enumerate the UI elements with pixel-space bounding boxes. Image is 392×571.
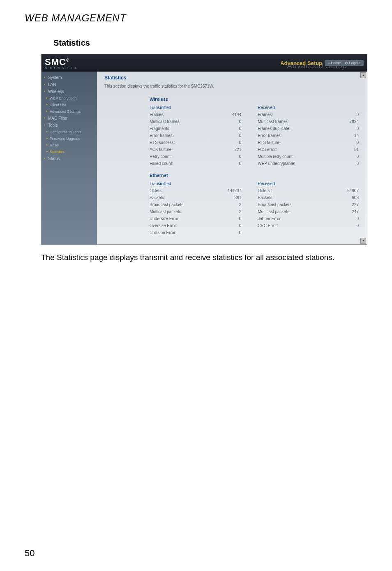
sidebar-item-mac-filter[interactable]: MAC Filter (42, 115, 97, 122)
sidebar-item-status[interactable]: Status (42, 155, 97, 162)
rx-header: Received (258, 180, 330, 187)
logo: SMC® (45, 57, 69, 67)
ethernet-heading: Ethernet (150, 173, 359, 178)
table-row: Multicast frames:0Multicast frames:7824 (150, 118, 359, 125)
sidebar-item-lan[interactable]: LAN (42, 81, 97, 88)
sidebar-item-wep[interactable]: WEP Encryption (42, 95, 97, 102)
sidebar-item-system[interactable]: System (42, 74, 97, 81)
logout-icon: ⊘ (345, 61, 348, 65)
sidebar-item-client-list[interactable]: Client List (42, 102, 97, 108)
wireless-table: TransmittedReceived Frames:4144Frames:0 … (150, 104, 359, 167)
doc-body-text: The Statistics page displays transmit an… (0, 245, 392, 263)
tx-header: Transmitted (150, 180, 222, 187)
table-row: Broadcast packets:2Broadcast packets:227 (150, 201, 359, 208)
table-row: Error frames:0Error frames:14 (150, 132, 359, 139)
tx-header: Transmitted (150, 104, 222, 111)
home-icon: ⌂ (328, 61, 330, 65)
header-right: Advanced Setup Advanced Setup ⌂Home ⊘Log… (280, 60, 364, 66)
content-title: Statistics (104, 75, 359, 81)
sidebar-item-wireless[interactable]: Wireless (42, 88, 97, 95)
table-row: Undersize Error:0Jabber Error:0 (150, 215, 359, 222)
sidebar: System LAN Wireless WEP Encryption Clien… (42, 72, 97, 244)
advanced-setup-label: Advanced Setup (280, 60, 322, 66)
home-link[interactable]: ⌂Home (328, 61, 341, 65)
sidebar-item-reset[interactable]: Reset (42, 142, 97, 149)
table-row: RTS success:0RTS failture:0 (150, 139, 359, 146)
home-logout-bar: ⌂Home ⊘Logout (325, 60, 364, 66)
table-row: Fragments:0Frames duplicate:0 (150, 125, 359, 132)
sidebar-item-config-tools[interactable]: Configuration Tools (42, 129, 97, 135)
wireless-stats: Wireless TransmittedReceived Frames:4144… (150, 97, 359, 236)
scroll-up-button[interactable]: ▴ (360, 72, 366, 78)
logo-block: SMC® N e t w o r k s (45, 57, 77, 70)
wireless-heading: Wireless (150, 97, 359, 102)
router-admin-window: SMC® N e t w o r k s Advanced Setup Adva… (41, 54, 367, 245)
sidebar-item-firmware-upgrade[interactable]: Firmware Upgrade (42, 135, 97, 142)
logout-link[interactable]: ⊘Logout (345, 61, 360, 65)
table-row: ACK failture:221FCS error:51 (150, 146, 359, 153)
table-row: Collision Error:0 (150, 229, 359, 236)
table-row: Retry count:0Multiple retry count:0 (150, 153, 359, 160)
table-row: Frames:4144Frames:0 (150, 111, 359, 118)
content-pane: ▴ Statistics This section displays the t… (97, 72, 367, 244)
table-row: Failed count:0WEP undecryptable:0 (150, 160, 359, 167)
sidebar-item-tools[interactable]: Tools (42, 122, 97, 129)
table-row: Packets:361Packets:603 (150, 194, 359, 201)
logo-subtitle: N e t w o r k s (45, 66, 77, 70)
section-title: Statistics (0, 28, 392, 54)
rx-header: Received (258, 104, 330, 111)
scroll-down-button[interactable]: ▾ (360, 238, 366, 244)
table-row: Octets:144237Octets :64907 (150, 187, 359, 194)
sidebar-item-advanced-settings[interactable]: Advanced Settings (42, 108, 97, 115)
doc-header: WEB MANAGEMENT (0, 0, 392, 28)
content-description: This section displays the traffic statis… (104, 84, 359, 88)
app-header: SMC® N e t w o r k s Advanced Setup Adva… (42, 54, 367, 72)
table-row: Oversize Error:0CRC Error:0 (150, 222, 359, 229)
table-row: Multicast packets:2Multicast packets:247 (150, 208, 359, 215)
sidebar-item-statistics[interactable]: Statistics (42, 149, 97, 155)
ethernet-table: TransmittedReceived Octets:144237Octets … (150, 180, 359, 236)
